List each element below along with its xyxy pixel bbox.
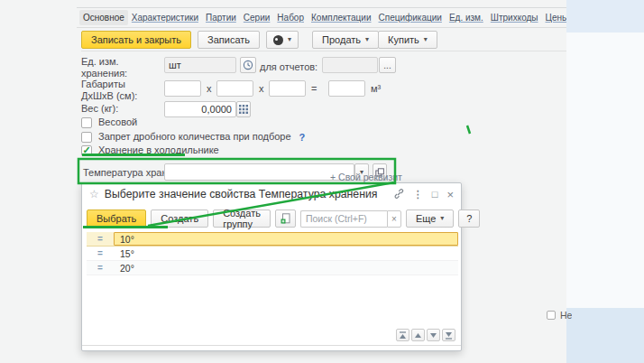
background-window-top <box>566 0 644 33</box>
fraction-ban-label: Запрет дробного количества при подборе <box>98 131 291 143</box>
equals-sign: = <box>311 83 317 95</box>
chevron-down-icon: ▾ <box>424 36 428 43</box>
go-up-button[interactable] <box>411 329 425 341</box>
tab-serii[interactable]: Серии <box>240 10 274 25</box>
list-item[interactable]: = 10° <box>87 232 458 247</box>
values-list: = 10° = 15° = 20° <box>87 232 458 324</box>
choose-button[interactable]: Выбрать <box>87 209 146 228</box>
custom-attribute-link[interactable]: + Свой реквизит <box>330 172 402 182</box>
list-item[interactable]: = 15° <box>87 247 458 261</box>
item-marker-icon: = <box>87 261 114 275</box>
dimensions-label: Габариты ДхШхВ (см): <box>81 79 153 102</box>
grid-icon <box>239 105 248 114</box>
scroll-bottom-icon <box>445 331 453 340</box>
fraction-ban-checkbox[interactable] <box>81 132 92 143</box>
tab-kharakteristiki[interactable]: Характеристики <box>128 10 202 25</box>
toolbar-separator <box>81 51 566 51</box>
search-clear-icon[interactable]: × <box>387 210 401 228</box>
create-group-button[interactable]: Создать группу <box>213 209 271 228</box>
chevron-down-icon: ▾ <box>365 36 369 43</box>
tab-ed-izm[interactable]: Ед. изм. <box>446 10 487 25</box>
go-first-button[interactable] <box>396 329 409 341</box>
tab-partii[interactable]: Партии <box>202 10 240 25</box>
list-item[interactable]: = 20° <box>87 261 458 275</box>
item-marker-icon: = <box>87 247 114 260</box>
tab-nabor[interactable]: Набор <box>273 10 308 25</box>
item-value[interactable]: 20° <box>114 261 458 275</box>
help-link[interactable]: ? <box>299 132 306 143</box>
volume-field[interactable] <box>328 80 365 97</box>
go-down-button[interactable] <box>427 329 440 341</box>
reports-menu-button[interactable]: ▾ <box>266 31 299 49</box>
chevron-down-icon: ▾ <box>440 215 444 222</box>
search-group: × <box>300 210 401 228</box>
bottom-checkbox-label: Не <box>560 310 572 321</box>
sell-button[interactable]: Продать▾ <box>312 31 379 49</box>
tab-shtrihkody[interactable]: Штрихкоды <box>487 10 542 25</box>
list-navigation <box>396 329 455 341</box>
link-icon[interactable] <box>394 189 404 200</box>
tab-spetsifikatsii[interactable]: Спецификации <box>375 10 446 25</box>
dimension-width-field[interactable] <box>216 80 253 97</box>
bottom-checkbox-row: Не <box>547 310 572 321</box>
save-and-close-button[interactable]: Записать и закрыть <box>81 31 191 49</box>
reports-circle-icon <box>273 35 283 45</box>
search-input[interactable] <box>300 210 387 228</box>
close-icon[interactable]: × <box>446 189 454 200</box>
tab-komplektatsii[interactable]: Комплектации <box>308 10 375 25</box>
choose-value-dialog: ☆ Выберите значение свойства Температура… <box>81 182 462 351</box>
tab-bar-separator <box>77 27 566 28</box>
unit-history-button[interactable] <box>240 57 256 73</box>
weight-field[interactable]: 0,0000 <box>164 101 236 117</box>
fridge-storage-checkbox[interactable]: ✓ <box>81 145 92 156</box>
copy-item-button[interactable] <box>275 209 296 228</box>
dialog-titlebar[interactable]: ☆ Выберите значение свойства Температура… <box>82 183 461 205</box>
tab-bar: Основное Характеристики Партии Серии Наб… <box>79 8 566 27</box>
more-actions-icon[interactable]: ⋮ <box>413 190 423 200</box>
tab-osnovnoe[interactable]: Основное <box>79 10 128 25</box>
dimension-length-field[interactable] <box>164 80 201 97</box>
weighted-checkbox-row: Весовой <box>81 116 137 128</box>
bottom-checkbox[interactable] <box>547 311 556 320</box>
fraction-ban-checkbox-row: Запрет дробного количества при подборе ? <box>81 131 305 143</box>
annotation-stray-mark <box>467 126 470 134</box>
dimension-height-field[interactable] <box>269 80 306 97</box>
plus-icon: + <box>330 172 336 182</box>
maximize-icon[interactable]: □ <box>432 190 438 200</box>
dialog-title: Выберите значение свойства Температура х… <box>105 188 378 200</box>
save-button[interactable]: Записать <box>198 31 260 49</box>
item-value[interactable]: 15° <box>114 247 458 260</box>
unit-field[interactable]: шт <box>164 57 236 73</box>
for-reports-choose-button[interactable]: ... <box>379 57 396 73</box>
weight-label: Вес (кг): <box>81 103 118 115</box>
more-button[interactable]: Еще▾ <box>406 209 454 228</box>
copy-document-icon <box>281 213 290 224</box>
scroll-up-icon <box>414 331 422 340</box>
go-last-button[interactable] <box>442 329 455 341</box>
item-marker-icon: = <box>87 232 114 246</box>
item-value[interactable]: 10° <box>114 232 458 246</box>
dialog-footer-separator <box>82 345 461 346</box>
temperature-field[interactable] <box>164 163 354 181</box>
help-button[interactable]: ? <box>458 209 480 228</box>
buy-button[interactable]: Купить▾ <box>378 31 437 49</box>
times-sign: x <box>259 83 264 95</box>
weight-calc-button[interactable] <box>236 101 251 117</box>
for-reports-label: для отчетов: <box>260 61 317 73</box>
weighted-checkbox[interactable] <box>81 117 92 128</box>
volume-unit-label: м³ <box>371 83 381 95</box>
tab-tseny[interactable]: Цены <box>542 10 566 25</box>
background-window-bottom <box>566 308 644 363</box>
times-sign: x <box>207 83 212 95</box>
weighted-label: Весовой <box>98 116 137 128</box>
unit-label: Ед. изм. хранения: <box>81 56 137 79</box>
for-reports-field[interactable] <box>322 57 378 73</box>
create-button[interactable]: Создать <box>151 209 208 228</box>
favorite-star-icon[interactable]: ☆ <box>89 188 99 200</box>
scroll-top-icon <box>399 331 407 340</box>
main-toolbar: Записать и закрыть Записать ▾ Продать▾ К… <box>81 31 437 49</box>
check-icon: ✓ <box>82 145 90 155</box>
trade-button-group: Продать▾ Купить▾ <box>312 31 437 49</box>
fridge-storage-label: Хранение в холодильнике <box>98 144 219 156</box>
chevron-down-icon: ▾ <box>288 36 291 43</box>
